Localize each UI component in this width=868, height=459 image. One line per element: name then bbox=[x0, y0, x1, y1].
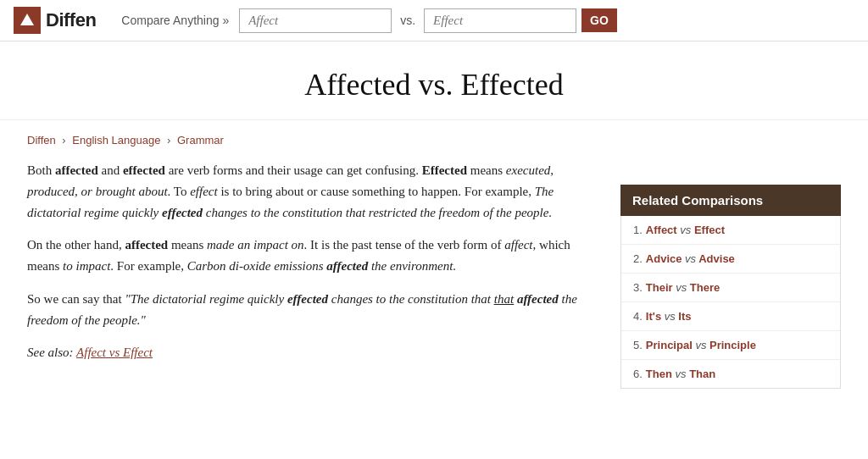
related-item: 2.Advice vs Advise bbox=[621, 245, 840, 274]
related-link-4[interactable]: Principal vs Principle bbox=[646, 339, 756, 351]
main-title-area: Affected vs. Effected bbox=[0, 41, 868, 120]
related-link-1[interactable]: Advice vs Advise bbox=[646, 252, 735, 265]
article: Both affected and effected are verb form… bbox=[27, 160, 595, 363]
main-content: Diffen › English Language › Grammar Both… bbox=[27, 134, 620, 389]
related-item: 4.It's vs Its bbox=[621, 302, 840, 331]
related-link-5[interactable]: Then vs Than bbox=[646, 368, 715, 380]
paragraph-1: Both affected and effected are verb form… bbox=[27, 160, 595, 223]
related-item: 5.Principal vs Principle bbox=[621, 331, 840, 360]
content-wrapper: Diffen › English Language › Grammar Both… bbox=[10, 120, 858, 402]
breadcrumb-english[interactable]: English Language bbox=[72, 134, 160, 147]
item-num: 1. bbox=[633, 224, 643, 236]
related-item: 1.Affect vs Effect bbox=[621, 216, 840, 245]
related-list: 1.Affect vs Effect2.Advice vs Advise3.Th… bbox=[620, 216, 841, 389]
see-also: See also: Affect vs Effect bbox=[27, 342, 595, 363]
related-item: 3.Their vs There bbox=[621, 274, 840, 302]
search-input-2[interactable] bbox=[424, 8, 576, 33]
item-num: 6. bbox=[633, 368, 643, 380]
breadcrumb: Diffen › English Language › Grammar bbox=[27, 134, 595, 147]
header: Diffen Compare Anything » vs. GO bbox=[0, 0, 868, 41]
related-item: 6.Then vs Than bbox=[621, 360, 840, 388]
related-link-0[interactable]: Affect vs Effect bbox=[646, 224, 725, 236]
page-title: Affected vs. Effected bbox=[0, 67, 868, 102]
search-input-1[interactable] bbox=[239, 8, 392, 33]
related-link-2[interactable]: Their vs There bbox=[646, 281, 720, 294]
breadcrumb-sep-1: › bbox=[62, 134, 69, 147]
paragraph-3: So we can say that "The dictatorial regi… bbox=[27, 289, 595, 331]
item-num: 4. bbox=[633, 310, 643, 323]
item-num: 5. bbox=[633, 339, 643, 351]
item-num: 2. bbox=[633, 252, 643, 265]
sidebar: Related Comparisons 1.Affect vs Effect2.… bbox=[620, 185, 841, 389]
vs-label: vs. bbox=[400, 14, 415, 27]
breadcrumb-diffen[interactable]: Diffen bbox=[27, 134, 56, 147]
compare-label: Compare Anything » bbox=[121, 14, 229, 27]
item-num: 3. bbox=[633, 281, 643, 294]
logo-icon bbox=[14, 7, 41, 34]
breadcrumb-grammar[interactable]: Grammar bbox=[177, 134, 224, 147]
paragraph-2: On the other hand, affected means made a… bbox=[27, 235, 595, 277]
that-link[interactable]: that bbox=[494, 292, 514, 306]
related-comparisons-header: Related Comparisons bbox=[620, 185, 841, 216]
search-area: vs. GO bbox=[239, 8, 617, 33]
logo-area: Diffen bbox=[14, 7, 96, 34]
breadcrumb-sep-2: › bbox=[167, 134, 174, 147]
related-link-3[interactable]: It's vs Its bbox=[646, 310, 692, 323]
go-button[interactable]: GO bbox=[581, 8, 617, 32]
see-also-link[interactable]: Affect vs Effect bbox=[76, 346, 153, 359]
svg-marker-0 bbox=[20, 14, 34, 25]
logo-text[interactable]: Diffen bbox=[46, 9, 96, 31]
